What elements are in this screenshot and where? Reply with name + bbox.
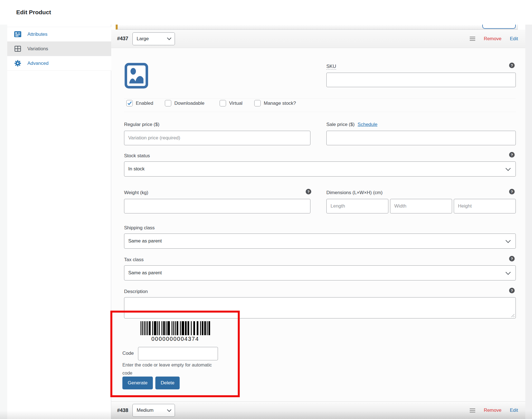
code-input[interactable] [138,347,218,360]
variation-body: SKU ? Enabled Downloadable Virtual [111,48,525,401]
product-data-tabs: Attributes Variations Advanced [7,27,111,71]
stock-status-label: Stock status [124,153,150,159]
page-title: Edit Product [16,0,51,25]
variations-grid-icon [14,46,21,52]
sku-help-icon[interactable]: ? [509,63,515,68]
variation-attribute-value: Large [137,36,149,42]
variation-flags-row: Enabled Downloadable Virtual Manage stoc… [124,100,516,108]
checkbox-box [254,100,261,106]
edit-product-screen: Edit Product Attributes Variations [0,0,532,419]
downloadable-checkbox[interactable]: Downloadable [165,100,205,106]
variation-row-actions: Remove Edit [470,30,518,48]
length-input[interactable] [326,199,388,213]
regular-price-input[interactable] [124,131,310,145]
variation-header-438: #438 Medium Remove Edit [111,401,525,419]
notice-bar-cutoff [116,25,518,30]
drag-handle-icon[interactable] [470,35,475,42]
sku-label: SKU [326,64,336,69]
sale-price-input[interactable] [326,131,516,145]
divider [124,112,516,112]
variation-attribute-select[interactable]: Medium [132,404,175,417]
checkbox-box [165,100,171,106]
tax-class-help-icon[interactable]: ? [509,256,515,261]
edit-variation-link[interactable]: Edit [510,408,518,413]
enabled-checkbox[interactable]: Enabled [126,100,153,106]
description-help-icon[interactable]: ? [509,288,515,293]
checkbox-box [220,100,226,106]
chevron-down-icon [167,407,172,412]
stock-status-select[interactable]: In stock [124,161,516,177]
remove-variation-link[interactable]: Remove [484,408,501,413]
variation-id: #438 [117,402,128,419]
barcode-image [135,321,215,335]
divider [124,98,516,99]
weight-label: Weight (kg) [124,190,148,196]
stock-status-help-icon[interactable]: ? [509,152,515,158]
variation-attribute-select[interactable]: Large [132,32,175,45]
sidebar-item-label: Advanced [27,61,49,66]
left-gutter [0,25,7,419]
sidebar-item-variations[interactable]: Variations [7,42,111,56]
sidebar-item-advanced[interactable]: Advanced [7,56,111,71]
page-header: Edit Product [0,0,532,25]
code-label: Code [122,351,134,356]
gear-icon [14,60,21,67]
checkbox-box [126,100,133,106]
drag-handle-icon[interactable] [470,407,475,414]
variation-row-actions: Remove Edit [470,402,518,419]
description-label: Description [124,289,148,294]
weight-input[interactable] [124,199,310,213]
sidebar-item-attributes[interactable]: Attributes [7,27,111,42]
tax-class-label: Tax class [124,257,144,263]
regular-price-label: Regular price ($) [124,122,160,127]
variation-header-437: #437 Large Remove Edit [111,30,525,48]
chevron-down-icon [505,270,510,275]
barcode-digits: 0000000004374 [135,336,215,342]
tax-class-select[interactable]: Same as parent [124,265,516,280]
schedule-link[interactable]: Schedule [358,122,377,127]
sidebar-item-label: Variations [27,46,48,52]
variation-image-button[interactable] [125,63,148,90]
manage-stock-checkbox[interactable]: Manage stock? [254,100,296,106]
delete-button[interactable]: Delete [155,377,180,389]
shipping-class-label: Shipping class [124,225,155,231]
chevron-down-icon [505,238,510,243]
variations-panel: #437 Large Remove Edit SKU ? [111,25,525,419]
virtual-checkbox[interactable]: Virtual [220,100,243,106]
variation-attribute-value: Medium [137,408,153,413]
remove-variation-link[interactable]: Remove [484,36,501,42]
width-input[interactable] [390,199,452,213]
height-input[interactable] [454,199,516,213]
sku-input[interactable] [326,73,516,87]
chevron-down-icon [167,36,172,40]
code-helper-text: Enter the code or leave empty for automa… [122,361,220,377]
product-data-sidebar: Attributes Variations Advanced [0,25,111,419]
weight-help-icon[interactable]: ? [306,189,311,194]
dimensions-help-icon[interactable]: ? [509,189,515,194]
generate-button[interactable]: Generate [122,377,153,389]
dimensions-label: Dimensions (L×W×H) (cm) [326,190,383,196]
sale-price-label: Sale price ($) Schedule [326,122,377,127]
cutoff-button[interactable] [482,25,516,29]
description-textarea[interactable] [124,297,516,318]
attributes-card-icon [14,31,21,38]
chevron-down-icon [505,166,510,171]
sidebar-item-label: Attributes [27,32,48,37]
edit-variation-link[interactable]: Edit [510,36,518,42]
shipping-class-select[interactable]: Same as parent [124,234,516,249]
variation-id: #437 [117,30,128,48]
